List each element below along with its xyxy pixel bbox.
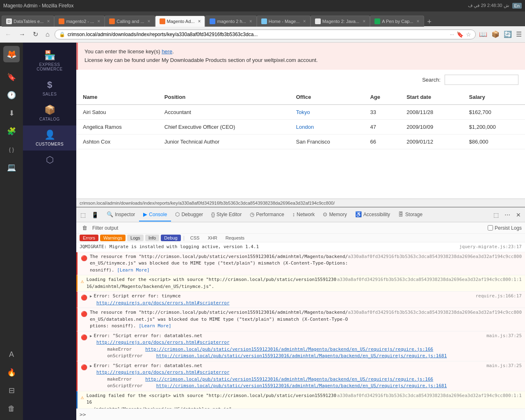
sidebar-item-customers[interactable]: 👤 CUSTOMERS	[23, 126, 76, 151]
reload-button[interactable]: ↻	[30, 29, 41, 40]
devtools-dock-button[interactable]: ⬚	[491, 210, 501, 220]
learn-more-link[interactable]: [Learn More]	[139, 323, 171, 329]
devtools-tab-accessibility[interactable]: ♿ Accessibility	[351, 208, 394, 221]
level-css[interactable]: CSS	[187, 235, 203, 241]
tab-calling[interactable]: Calling and ... ×	[105, 16, 155, 27]
msg-location[interactable]: a330a8af0fd342916fb3b5363c3dca8543938238…	[337, 276, 522, 283]
tab-close[interactable]: ×	[303, 18, 306, 24]
col-name[interactable]: Name	[76, 90, 158, 105]
msg-text: JQMIGRATE: Migrate is installed with log…	[80, 244, 259, 249]
ff-icon-downloads[interactable]: ⬇	[3, 105, 20, 121]
persist-logs-checkbox[interactable]	[488, 225, 493, 231]
forward-button[interactable]: →	[16, 29, 28, 40]
tab-magento2[interactable]: magento2 - ... ×	[54, 16, 105, 27]
ff-icon-devtools-sidebar[interactable]: { }	[3, 141, 20, 158]
tab-magento-admin[interactable]: Magento Ad... ×	[155, 16, 205, 27]
level-info-button[interactable]: Info	[145, 235, 159, 241]
home-button[interactable]: ⌂	[43, 29, 52, 40]
address-bar[interactable]	[68, 32, 447, 37]
devtools-more-button[interactable]: ⋯	[502, 210, 513, 220]
devtools-tab-storage[interactable]: 🗄 Storage	[394, 208, 427, 221]
sidebar-item-more[interactable]: ⬡	[23, 151, 76, 171]
ff-icon-bookmark[interactable]: 🔖	[3, 69, 20, 85]
tab-close[interactable]: ×	[249, 18, 252, 24]
msg-location[interactable]: main.js:37:25	[486, 363, 522, 370]
msg-location[interactable]: main.js:37:25	[486, 333, 522, 340]
tab-favicon: D	[6, 18, 12, 24]
tab-close[interactable]: ×	[97, 18, 100, 24]
devtools-tab-inspector[interactable]: 🔍 Inspector	[103, 208, 139, 221]
tab-datatables[interactable]: D DataTables e... ×	[2, 16, 54, 27]
menu-button[interactable]: ☰	[515, 30, 523, 39]
tab-close[interactable]: ×	[148, 18, 151, 24]
col-office[interactable]: Office	[290, 90, 364, 105]
level-logs-button[interactable]: Logs	[127, 235, 144, 241]
level-warnings-button[interactable]: Warnings	[100, 235, 126, 241]
col-salary[interactable]: Salary	[463, 90, 525, 105]
reader-mode-button[interactable]: 📖	[478, 30, 488, 39]
ff-icon-fire[interactable]: 🔥	[3, 364, 20, 381]
clear-console-button[interactable]: 🗑	[80, 224, 90, 232]
tab-close[interactable]: ×	[363, 18, 365, 24]
make-error-link[interactable]: http://crimson.local/pub/static/version1…	[145, 377, 433, 382]
requirejs-link[interactable]: http://requirejs.org/docs/errors.html#sc…	[96, 300, 230, 306]
col-position[interactable]: Position	[158, 90, 290, 105]
office-link[interactable]: Tokyo	[296, 109, 310, 115]
sidebar-item-express[interactable]: 🏪 EXPRESSCOMMERCE	[23, 46, 76, 75]
containers-button[interactable]: 📦	[491, 30, 500, 39]
tab-close[interactable]: ×	[417, 18, 420, 24]
tab-close[interactable]: ×	[47, 18, 50, 24]
onscript-error-link[interactable]: http://crimson.local/pub/static/version1…	[156, 383, 447, 388]
ff-icon-addons[interactable]: 🧩	[3, 123, 20, 139]
make-error-link[interactable]: http://crimson.local/pub/static/version1…	[145, 347, 433, 352]
tab-close[interactable]: ×	[198, 18, 201, 24]
msg-location[interactable]: a330a8af0fd342916fb3b5363c3dca8543938238…	[348, 253, 522, 260]
devtools-tab-memory[interactable]: ⊙ Memory	[319, 208, 351, 221]
ff-icon-profile[interactable]: 🦊	[3, 46, 20, 62]
ff-icon-terminal2[interactable]: ⊟	[3, 382, 20, 399]
level-xhr[interactable]: XHR	[204, 235, 220, 241]
devtools-tab-console[interactable]: ▶ Console	[139, 208, 171, 221]
level-requests[interactable]: Requests	[222, 235, 248, 241]
office-link[interactable]: London	[296, 124, 314, 130]
col-age[interactable]: Age	[363, 90, 400, 105]
requirejs-link[interactable]: http://requirejs.org/docs/errors.html#sc…	[96, 370, 230, 375]
ff-icon-terminal[interactable]: 💻	[3, 159, 20, 176]
devtools-tab-debugger[interactable]: ⬡ Debugger	[171, 208, 207, 221]
back-button[interactable]: ←	[2, 29, 14, 40]
level-debug-button[interactable]: Debug	[161, 235, 180, 241]
tab-google[interactable]: magento 2 h... ×	[205, 16, 256, 27]
col-startdate[interactable]: Start date	[400, 90, 462, 105]
devtools-responsive-button[interactable]: 📱	[89, 210, 101, 220]
tab-home[interactable]: Home - Mage... ×	[257, 16, 310, 27]
msg-location[interactable]: jquery-migrate.js:23:17	[459, 244, 522, 251]
msg-location[interactable]: require.js:166:17	[475, 293, 522, 300]
msg-text[interactable]: Error: Script error for: tinymce	[90, 293, 475, 300]
ff-icon-trash[interactable]: 🗑	[3, 400, 20, 417]
tab-pen[interactable]: A Pen by Cap... ×	[370, 16, 424, 27]
level-errors-button[interactable]: Errors	[80, 235, 98, 241]
star-icon[interactable]: ☆	[466, 31, 471, 38]
sidebar-item-sales[interactable]: $ SALES	[23, 75, 76, 100]
devtools-tab-network[interactable]: ↕ Network	[288, 208, 319, 221]
notice-link[interactable]: here	[162, 48, 172, 55]
devtools-tab-style-editor[interactable]: {} Style Editor	[207, 208, 246, 221]
bookmark-icon[interactable]: 🔖	[457, 31, 463, 38]
tab-magento2-java[interactable]: Magento 2: Java... ×	[310, 16, 370, 27]
search-input[interactable]	[445, 75, 518, 85]
devtools-close-button[interactable]: ✕	[514, 210, 523, 220]
msg-location[interactable]: a330a8af0fd342916fb3b5363c3dca8543938238…	[348, 309, 522, 316]
ff-icon-history[interactable]: 🕐	[3, 87, 20, 103]
learn-more-link[interactable]: [Learn More]	[117, 267, 149, 273]
devtools-picker-button[interactable]: ⬚	[78, 210, 88, 220]
sync-button[interactable]: 🔄	[503, 30, 513, 39]
requirejs-link[interactable]: http://requirejs.org/docs/errors.html#sc…	[96, 340, 230, 345]
msg-text[interactable]: Error: "Script error for: datatables.net	[90, 333, 486, 340]
msg-location[interactable]: a330a8af0fd342916fb3b5363c3dca8543938238…	[337, 393, 522, 399]
ff-icon-amazon[interactable]: A	[3, 346, 20, 363]
sidebar-item-catalog[interactable]: 📦 CATALOG	[23, 100, 76, 126]
new-tab-button[interactable]: +	[424, 18, 435, 26]
msg-text[interactable]: Error: "Script error for: datatables.net	[90, 363, 486, 370]
devtools-tab-performance[interactable]: ◷ Performance	[246, 208, 288, 221]
onscript-error-link[interactable]: http://crimson.local/pub/static/version1…	[156, 353, 447, 358]
